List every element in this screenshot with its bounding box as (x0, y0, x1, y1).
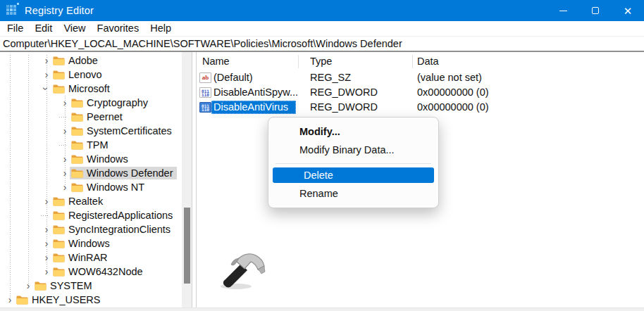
tree-item-body: Lenovo (51, 68, 106, 81)
tree-item-realtek[interactable]: ›Realtek (0, 194, 182, 208)
context-menu-item-modify-binary-data[interactable]: Modify Binary Data... (268, 141, 438, 159)
horizontal-scrollbar[interactable] (0, 307, 644, 311)
tree-item-body: Microsoft (51, 82, 113, 95)
scrollbar-thumb[interactable] (184, 208, 190, 284)
window-controls: ✕ (547, 0, 644, 21)
tree-item-body: Windows (70, 153, 132, 165)
tree-item-peernet[interactable]: Peernet (0, 110, 182, 124)
tree-item-windows[interactable]: ›Windows (0, 152, 182, 166)
menu-item-view[interactable]: View (58, 22, 91, 35)
tree-vertical-scrollbar[interactable] (182, 52, 192, 307)
menu-item-edit[interactable]: Edit (29, 22, 58, 35)
tree-rows: ›Adobe›Lenovo›Microsoft›CryptographyPeer… (0, 53, 182, 307)
dotted-connector (59, 117, 66, 118)
value-row-disableantispyw[interactable]: 011110DisableAntiSpyw...REG_DWORD0x00000… (197, 85, 644, 100)
tree-item-label: WinRAR (68, 252, 108, 263)
tree-item-label: Windows (68, 238, 110, 249)
column-header-name[interactable]: Name (202, 54, 230, 68)
minimize-icon (559, 11, 567, 11)
value-name: (Default) (213, 71, 253, 84)
hammer-cursor (215, 250, 271, 291)
tree-item-systemcertificates[interactable]: ›SystemCertificates (0, 124, 182, 138)
tree-item-windows-defender[interactable]: ›Windows Defender (0, 166, 182, 180)
tree-item-windows[interactable]: ›Windows (0, 236, 182, 250)
dotted-connector (41, 215, 48, 216)
tree-item-body: Windows (51, 237, 113, 250)
expand-chevron-icon[interactable]: › (41, 70, 52, 80)
tree-item-body: Windows NT (70, 181, 148, 193)
tree-item-label: RegisteredApplications (68, 210, 173, 221)
expand-chevron-icon[interactable]: › (59, 182, 70, 192)
tree-item-hkey-users[interactable]: ›HKEY_USERS (0, 293, 182, 307)
expand-chevron-icon[interactable]: › (59, 154, 70, 164)
expand-chevron-icon[interactable]: › (59, 98, 70, 108)
tree-item-label: Windows NT (87, 182, 144, 193)
tree-item-tpm[interactable]: TPM (0, 138, 182, 152)
collapse-chevron-icon[interactable]: › (41, 84, 52, 94)
title-bar: Registry Editor ✕ (0, 0, 644, 21)
expand-chevron-icon[interactable]: › (41, 239, 52, 248)
menu-item-help[interactable]: Help (144, 22, 177, 35)
tree-item-system[interactable]: ›SYSTEM (0, 279, 182, 293)
tree-item-cryptography[interactable]: ›Cryptography (0, 96, 182, 110)
value-type: REG_SZ (310, 71, 351, 84)
tree-item-label: HKEY_USERS (32, 294, 101, 305)
tree-connector (59, 145, 70, 146)
expand-chevron-icon[interactable]: › (59, 168, 70, 178)
context-menu-item-modify[interactable]: Modify... (268, 122, 438, 141)
close-button[interactable]: ✕ (612, 0, 644, 21)
value-data: 0x00000000 (0) (417, 86, 489, 99)
column-header-data[interactable]: Data (417, 54, 439, 68)
value-type: REG_DWORD (310, 101, 378, 114)
expand-chevron-icon[interactable]: › (23, 281, 34, 291)
tree-item-body: SystemCertificates (70, 125, 175, 137)
value-data: 0x00000000 (0) (417, 101, 489, 114)
tree-item-label: TPM (87, 139, 109, 151)
expand-chevron-icon[interactable]: › (41, 267, 52, 277)
tree-item-adobe[interactable]: ›Adobe (0, 53, 182, 68)
context-menu-item-rename[interactable]: Rename (268, 184, 438, 203)
value-row-disableantivirus[interactable]: 011110DisableAntiVirusREG_DWORD0x0000000… (197, 100, 644, 115)
tree-item-windows-nt[interactable]: ›Windows NT (0, 180, 182, 194)
value-row-default[interactable]: ab(Default)REG_SZ(value not set) (197, 70, 644, 85)
tree-item-label: SystemCertificates (87, 125, 172, 137)
expand-chevron-icon[interactable]: › (41, 224, 52, 234)
tree-item-lenovo[interactable]: ›Lenovo (0, 68, 182, 82)
tree-item-syncintegrationclients[interactable]: ›SyncIntegrationClients (0, 222, 182, 236)
tree-item-wow6432node[interactable]: ›WOW6432Node (0, 265, 182, 279)
tree-item-body: HKEY_USERS (15, 293, 104, 306)
column-divider[interactable] (412, 55, 413, 68)
tree-item-label: Windows (87, 153, 128, 165)
tree-item-registeredapplications[interactable]: RegisteredApplications (0, 208, 182, 222)
tree-item-label: WOW6432Node (68, 266, 143, 277)
context-menu-item-delete[interactable]: Delete (273, 167, 434, 183)
column-header-type[interactable]: Type (310, 54, 332, 68)
expand-chevron-icon[interactable]: › (41, 56, 52, 65)
address-bar[interactable]: Computer\HKEY_LOCAL_MACHINE\SOFTWARE\Pol… (0, 37, 644, 52)
tree-connector (41, 215, 52, 216)
expand-chevron-icon[interactable]: › (41, 196, 52, 206)
value-name: DisableAntiVirus (211, 101, 296, 114)
tree-item-body: SyncIntegrationClients (51, 223, 174, 236)
tree-item-label: Realtek (68, 196, 103, 207)
tree-connector (59, 117, 70, 118)
minimize-button[interactable] (547, 0, 579, 21)
tree-item-body: Peernet (70, 110, 126, 123)
tree-item-winrar[interactable]: ›WinRAR (0, 250, 182, 265)
tree-item-microsoft[interactable]: ›Microsoft (0, 82, 182, 96)
maximize-button[interactable] (579, 0, 612, 21)
tree-item-body: Cryptography (70, 96, 151, 109)
expand-chevron-icon[interactable]: › (4, 295, 16, 305)
expand-chevron-icon[interactable]: › (59, 126, 70, 136)
column-divider[interactable] (298, 55, 299, 68)
tree-item-body: Realtek (51, 195, 106, 208)
registry-tree-pane: ›Adobe›Lenovo›Microsoft›CryptographyPeer… (0, 52, 192, 307)
tree-item-body: WinRAR (51, 251, 111, 264)
menu-bar: FileEditViewFavoritesHelp (0, 21, 644, 37)
tree-item-body: SYSTEM (33, 279, 96, 292)
menu-item-file[interactable]: File (1, 22, 29, 35)
expand-chevron-icon[interactable]: › (41, 253, 52, 262)
tree-item-body: TPM (70, 139, 112, 151)
menu-item-favorites[interactable]: Favorites (92, 22, 145, 35)
tree-item-label: Microsoft (68, 83, 110, 94)
